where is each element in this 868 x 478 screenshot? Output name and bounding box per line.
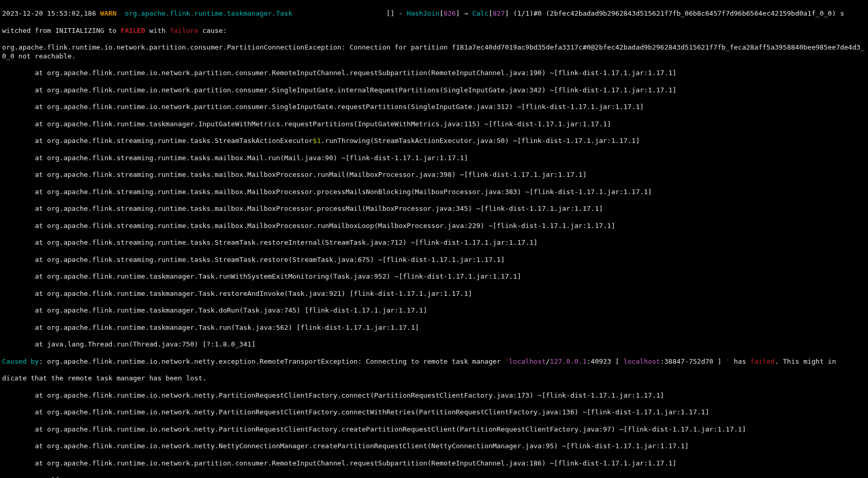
level-warn: WARN xyxy=(100,9,116,17)
stack-frame: at org.apache.flink.streaming.runtime.ta… xyxy=(2,205,866,213)
exception-message: org.apache.flink.runtime.io.network.part… xyxy=(2,43,866,61)
stack-frame: at org.apache.flink.runtime.io.network.n… xyxy=(2,408,866,416)
stack-frame: at org.apache.flink.runtime.taskmanager.… xyxy=(2,272,866,281)
stack-frame: at org.apache.flink.runtime.io.network.p… xyxy=(2,459,866,468)
stack-frame: at org.apache.flink.streaming.runtime.ta… xyxy=(2,222,866,230)
stack-frame: at org.apache.flink.runtime.taskmanager.… xyxy=(2,306,866,315)
stack-frame: at org.apache.flink.streaming.runtime.ta… xyxy=(2,154,866,162)
stack-frame: at org.apache.flink.runtime.io.network.p… xyxy=(2,69,866,77)
stack-frame: at org.apache.flink.runtime.io.network.n… xyxy=(2,425,866,434)
stack-frame: at org.apache.flink.runtime.io.network.p… xyxy=(2,86,866,94)
timestamp: 2023-12-20 15:53:02,186 xyxy=(2,9,96,17)
logger-class: org.apache.flink.runtime.taskmanager.Tas… xyxy=(125,9,292,17)
stack-frame: at org.apache.flink.streaming.runtime.ta… xyxy=(2,171,866,179)
stack-frame: at org.apache.flink.runtime.io.network.n… xyxy=(2,442,866,450)
stack-frame: at java.lang.Thread.run(Thread.java:750)… xyxy=(2,340,866,349)
stack-frame: at org.apache.flink.streaming.runtime.ta… xyxy=(2,238,866,247)
terminal-output[interactable]: 2023-12-20 15:53:02,186 WARN org.apache.… xyxy=(0,0,868,478)
stack-frame: at org.apache.flink.runtime.taskmanager.… xyxy=(2,120,866,128)
stack-frame: at org.apache.flink.streaming.runtime.ta… xyxy=(2,256,866,264)
stack-more: ... 16 more xyxy=(2,476,866,478)
stack-frame: at org.apache.flink.runtime.taskmanager.… xyxy=(2,324,866,332)
stack-frame: at org.apache.flink.runtime.io.network.n… xyxy=(2,391,866,400)
stack-frame: at org.apache.flink.runtime.taskmanager.… xyxy=(2,290,866,298)
stack-frame: at org.apache.flink.runtime.io.network.p… xyxy=(2,103,866,111)
stack-frame: at org.apache.flink.streaming.runtime.ta… xyxy=(2,188,866,196)
